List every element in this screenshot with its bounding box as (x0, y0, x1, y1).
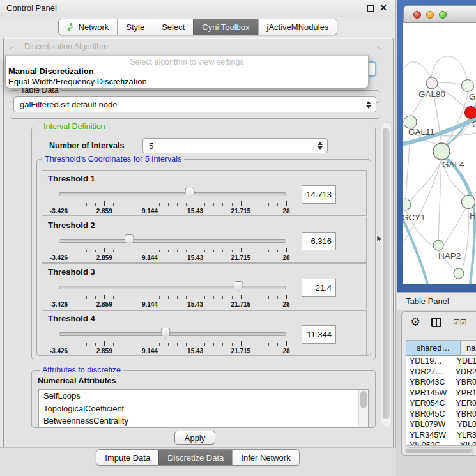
tab-label: Infer Network (241, 453, 290, 463)
number-of-intervals-value: 5 (149, 139, 153, 153)
table-row[interactable]: YPR145WYPR1 (406, 388, 476, 399)
columns-icon[interactable] (431, 318, 441, 327)
table-row[interactable]: YIL052CYIL0 (406, 440, 476, 446)
algorithm-option-manual-discretization[interactable]: Manual Discretization (8, 66, 365, 77)
network-node-hap2[interactable] (433, 240, 443, 250)
slider-thumb[interactable] (125, 234, 134, 245)
threshold-slider-1[interactable]: -3.4262.8599.14415.4321.71528 (59, 188, 286, 215)
cell-shared-name: YBL079W (406, 420, 451, 429)
slider-thumb[interactable] (161, 328, 171, 339)
tab-label: Style (126, 22, 144, 32)
mouse-cursor (376, 235, 384, 243)
network-node-gal4[interactable] (433, 143, 450, 160)
network-node-gal11[interactable] (404, 116, 417, 128)
threshold-slider-3[interactable]: -3.4262.8599.14415.4321.71528 (59, 281, 286, 308)
tick-label: 28 (282, 254, 289, 261)
gear-icon[interactable]: ⚙ (410, 315, 420, 329)
cell-shared-name: YDR27… (406, 367, 450, 376)
network-node-ga[interactable] (462, 80, 474, 92)
attributes-list-scrollbar[interactable] (358, 390, 368, 427)
threshold-value-field[interactable]: 6.316 (302, 232, 336, 250)
spinner-stepper-icon[interactable] (318, 142, 323, 150)
apply-button[interactable]: Apply (174, 431, 215, 445)
column-header-shared-name[interactable]: shared… (406, 341, 461, 355)
attribute-item-betweennesscentrality[interactable]: BetweennessCentrality (39, 415, 368, 427)
slider-track[interactable] (59, 192, 286, 196)
combobox-stepper-icon[interactable] (366, 101, 371, 109)
table-row[interactable]: YDR27…YDR2 (406, 367, 476, 378)
tick-label: -3.426 (50, 208, 68, 215)
network-node-label: GAL11 (408, 127, 434, 137)
close-traffic-light-icon[interactable] (413, 11, 421, 19)
tick-label: 28 (282, 208, 289, 215)
table-row[interactable]: YDL19…YDL1 (406, 356, 476, 367)
numerical-attributes-list[interactable]: SelfLoopsTopologicalCoefficientBetweenne… (38, 389, 369, 428)
threshold-value-field[interactable]: 21.4 (302, 279, 336, 297)
zoom-traffic-light-icon[interactable] (439, 11, 447, 19)
table-horizontal-scrollbar[interactable] (405, 447, 474, 454)
network-node-label: GAL4 (442, 160, 464, 169)
network-node-gal80[interactable] (426, 77, 438, 89)
network-node-gcy1[interactable] (403, 199, 411, 210)
table-data-combobox[interactable]: galFiltered.sif default node (13, 96, 376, 112)
cell-name: YIL0 (454, 441, 476, 446)
minimize-traffic-light-icon[interactable] (426, 11, 434, 19)
float-window-icon[interactable] (367, 5, 374, 12)
slider-thumb[interactable] (234, 281, 243, 292)
tick-label: 9.144 (142, 254, 158, 261)
tab-impute-data[interactable]: Impute Data (96, 450, 158, 465)
tab-label: Cyni Toolbox (202, 22, 249, 32)
algorithm-option-equal-width-frequency-discretization[interactable]: Equal Width/Frequency Discretization (8, 77, 365, 87)
number-of-intervals-spinner[interactable]: 5 (142, 138, 328, 153)
interval-definition-group-label: Interval Definition (41, 122, 108, 131)
threshold-panel-3: Threshold 3-3.4262.8599.14415.4321.71528… (42, 263, 367, 309)
tab-jactivemnodules[interactable]: jActiveMNodules (258, 19, 337, 35)
close-icon[interactable]: ✕ (380, 3, 387, 13)
tab-cyni-toolbox[interactable]: Cyni Toolbox (193, 19, 257, 35)
main-vertical-scrollbar[interactable] (381, 122, 392, 427)
table-row[interactable]: YBL079WYBL0 (406, 419, 476, 430)
slider-track[interactable] (59, 286, 286, 289)
select-columns-icon[interactable]: ☑☑ (453, 318, 467, 327)
threshold-slider-4[interactable]: -3.4262.8599.14415.4321.71528 (59, 328, 286, 355)
tick-label: 21.715 (231, 348, 251, 355)
attribute-item-topologicalcoefficient[interactable]: TopologicalCoefficient (39, 403, 368, 415)
discretization-algorithm-group-label: Discretization Algorithm (22, 42, 111, 51)
tab-discretize-data[interactable]: Discretize Data (158, 450, 232, 465)
tick-label: 2.859 (96, 208, 112, 215)
table-data-selected-value: galFiltered.sif default node (20, 97, 117, 112)
tick-label: 9.144 (142, 208, 158, 215)
network-node[interactable] (454, 268, 464, 279)
tab-select[interactable]: Select (153, 19, 193, 35)
cell-shared-name: YDL19… (406, 357, 451, 365)
tab-infer-network[interactable]: Infer Network (232, 450, 298, 465)
slider-track[interactable] (59, 332, 286, 336)
threshold-value-field[interactable]: 11.344 (302, 325, 336, 344)
slider-track[interactable] (59, 239, 286, 243)
network-canvas[interactable]: GAL80GACGAL11GAL4GCY1HHAP2 (403, 23, 476, 284)
threshold-label: Threshold 1 (48, 174, 95, 183)
table-row[interactable]: YBR045CYBR0 (406, 409, 476, 420)
tab-network[interactable]: Network (59, 19, 118, 35)
network-node-c[interactable] (465, 107, 476, 119)
table-row[interactable]: YBR043CYBR0 (406, 377, 476, 388)
top-tab-group: NetworkStyleSelectCyni ToolboxjActiveMNo… (58, 19, 338, 35)
attribute-item-selfloops[interactable]: SelfLoops (39, 390, 368, 403)
threshold-slider-2[interactable]: -3.4262.8599.14415.4321.71528 (59, 234, 286, 261)
table-row[interactable]: YER054CYER0 (406, 398, 476, 409)
thresholds-group-label: Threshold's Coordinates for 5 Intervals (42, 155, 184, 164)
network-node-h[interactable] (462, 196, 475, 209)
slider-thumb[interactable] (185, 188, 195, 199)
cell-name: YDR2 (450, 367, 476, 376)
column-header-name[interactable]: na (461, 341, 476, 355)
table-row[interactable]: YLR345WYLR3 (406, 430, 476, 441)
network-icon (67, 23, 75, 31)
cell-name: YLR3 (451, 431, 476, 440)
algorithm-dropdown-popup: Select algorithm to view settings Manual… (5, 55, 369, 88)
tab-style[interactable]: Style (117, 19, 153, 35)
threshold-label: Threshold 2 (48, 220, 95, 230)
slider-ticks (59, 295, 286, 300)
threshold-panel-4: Threshold 4-3.4262.8599.14415.4321.71528… (42, 310, 367, 356)
network-node-label: GAL80 (418, 89, 445, 99)
threshold-value-field[interactable]: 14.713 (302, 185, 336, 204)
